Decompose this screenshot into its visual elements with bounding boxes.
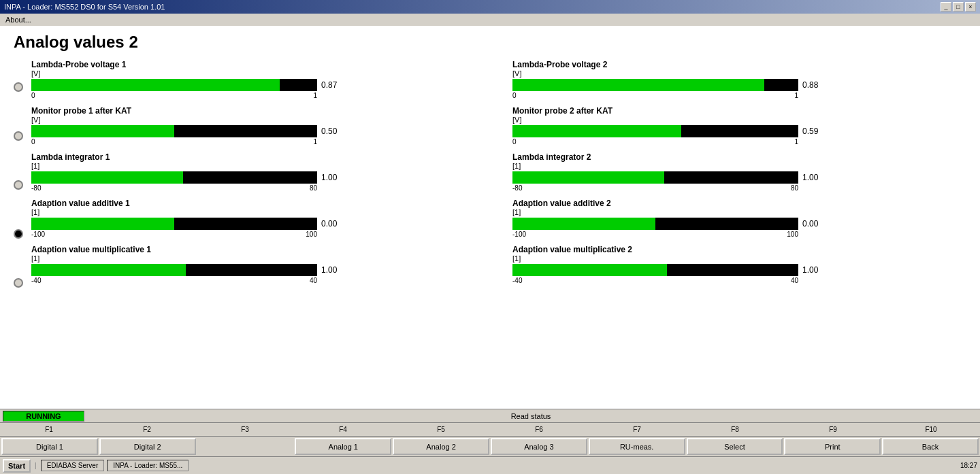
fkey-f6-label: F6 [490, 423, 588, 436]
radio-4[interactable] [14, 229, 23, 239]
meter-lambdaint2-min: -80 [512, 184, 522, 192]
taskbar-time: 18:27 [960, 462, 977, 469]
btn-analog1[interactable]: Analog 1 [295, 438, 391, 455]
btn-back[interactable]: Back [882, 438, 979, 455]
fkey-f1-label: F1 [0, 423, 98, 436]
meter-adapmul2: Adaption value multiplicative 2 [1] 1.00… [512, 245, 966, 284]
meter-monitor2-label: Monitor probe 2 after KAT [512, 106, 966, 116]
maximize-button[interactable]: □ [953, 2, 964, 12]
meter-adapadd2-bar [512, 218, 798, 230]
meter-monitor1-label: Monitor probe 1 after KAT [31, 106, 485, 116]
meter-adapmul2-bar [512, 264, 798, 276]
meter-lambdaint1-min: -80 [31, 184, 41, 192]
radio-5[interactable] [14, 278, 23, 288]
meter-adapmul2-value: 1.00 [802, 265, 826, 275]
meter-lambda1-min: 0 [31, 92, 35, 99]
radio-3[interactable] [14, 180, 23, 190]
minimize-button[interactable]: _ [941, 2, 951, 12]
taskbar-item-ediabas[interactable]: EDIABAS Server [41, 460, 105, 471]
start-button[interactable]: Start [3, 459, 31, 473]
meter-adapmul1-bar [31, 264, 317, 276]
meter-adapadd1-value: 0.00 [321, 219, 345, 228]
menu-about[interactable]: About... [3, 15, 34, 24]
running-badge: RUNNING [3, 411, 84, 422]
meter-lambda2-label: Lambda-Probe voltage 2 [512, 60, 966, 69]
meter-lambdaint2: Lambda integrator 2 [1] 1.00 -80 80 [512, 152, 966, 192]
btn-print[interactable]: Print [784, 438, 881, 455]
meter-lambda2-bar [512, 79, 798, 91]
meter-lambdaint1-value: 1.00 [321, 173, 345, 182]
meter-lambdaint1-bar [31, 171, 317, 184]
meter-adapmul2-min: -40 [512, 277, 522, 284]
meter-adapadd1-min: -100 [31, 231, 45, 238]
meter-monitor2-value: 0.59 [802, 126, 826, 136]
fkey-f3-label: F3 [196, 423, 294, 436]
meter-monitor1-min: 0 [31, 138, 35, 146]
meter-lambdaint1-unit: [1] [31, 162, 485, 170]
fkey-f7-label: F7 [588, 423, 686, 436]
meter-lambdaint1-max: 80 [310, 184, 317, 192]
meter-lambdaint2-value: 1.00 [802, 173, 826, 182]
meter-lambda1-bar [31, 79, 317, 91]
meter-lambdaint1-label: Lambda integrator 1 [31, 152, 485, 162]
btn-analog3[interactable]: Analog 3 [491, 438, 587, 455]
meter-lambda2-unit: [V] [512, 69, 966, 78]
meter-adapadd2-min: -100 [512, 231, 526, 238]
btn-analog2[interactable]: Analog 2 [393, 438, 489, 455]
meter-monitor2-unit: [V] [512, 116, 966, 124]
meter-adapadd1-max: 100 [306, 231, 317, 238]
title-bar-text: INPA - Loader: MS552 DS0 for S54 Version… [4, 3, 165, 11]
radio-2[interactable] [14, 131, 23, 141]
meter-adapmul1-min: -40 [31, 277, 41, 284]
taskbar-right: 18:27 [960, 462, 977, 469]
status-bar: RUNNING Read status [0, 409, 980, 422]
btn-rumeas[interactable]: RU-meas. [589, 438, 685, 455]
meter-adapmul1-value: 1.00 [321, 265, 345, 275]
fkey-f9-label: F9 [784, 423, 882, 436]
meter-adapadd2-label: Adaption value additive 2 [512, 199, 966, 208]
meter-lambdaint2-bar [512, 171, 798, 184]
meter-monitor2-max: 1 [794, 138, 798, 146]
meter-adapmul2-label: Adaption value multiplicative 2 [512, 245, 966, 254]
meter-lambda1-value: 0.87 [321, 80, 345, 90]
fkey-f8-label: F8 [686, 423, 784, 436]
meter-monitor2-bar [512, 125, 798, 137]
read-status-label: Read status [84, 412, 977, 420]
meter-lambda2: Lambda-Probe voltage 2 [V] 0.88 0 1 [512, 60, 966, 99]
buttons-bar: Digital 1 Digital 2 Analog 1 Analog 2 An… [0, 436, 980, 456]
btn-digital2[interactable]: Digital 2 [99, 438, 196, 455]
main-content: Analog values 2 [0, 26, 980, 409]
taskbar-left: Start | EDIABAS Server INPA - Loader: MS… [3, 459, 189, 473]
meter-adapadd2-max: 100 [787, 231, 798, 238]
meter-adapadd2: Adaption value additive 2 [1] 0.00 -100 … [512, 199, 966, 238]
meter-lambda1-max: 1 [313, 92, 317, 99]
meter-adapmul1-label: Adaption value multiplicative 1 [31, 245, 485, 254]
meter-lambda2-min: 0 [512, 92, 517, 99]
meter-lambda2-max: 1 [794, 92, 798, 99]
radio-1[interactable] [14, 82, 23, 92]
meter-adapadd1-unit: [1] [31, 208, 485, 216]
meter-monitor1-max: 1 [313, 138, 317, 146]
btn-f3-empty [197, 438, 294, 455]
meter-adapadd2-unit: [1] [512, 208, 966, 216]
meter-adapadd1: Adaption value additive 1 [1] 0.00 -100 … [31, 199, 485, 238]
meter-monitor1-bar [31, 125, 317, 137]
meter-adapmul1-unit: [1] [31, 254, 485, 263]
meter-lambdaint2-unit: [1] [512, 162, 966, 170]
meter-monitor1-unit: [V] [31, 116, 485, 124]
meter-adapmul1: Adaption value multiplicative 1 [1] 1.00… [31, 245, 485, 284]
btn-select[interactable]: Select [687, 438, 783, 455]
meter-lambda1-unit: [V] [31, 69, 485, 78]
close-button[interactable]: × [965, 2, 976, 12]
meter-adapadd2-value: 0.00 [802, 219, 826, 228]
meter-lambda1-label: Lambda-Probe voltage 1 [31, 60, 485, 69]
title-bar-buttons: _ □ × [941, 2, 976, 12]
meter-lambdaint2-max: 80 [791, 184, 798, 192]
meter-lambdaint2-label: Lambda integrator 2 [512, 152, 966, 162]
fkey-f5-label: F5 [392, 423, 490, 436]
taskbar-item-inpa[interactable]: INPA - Loader: MS55... [107, 460, 189, 471]
meter-adapmul1-max: 40 [310, 277, 317, 284]
meter-adapadd1-bar [31, 218, 317, 230]
menu-bar: About... [0, 14, 980, 26]
btn-digital1[interactable]: Digital 1 [1, 438, 98, 455]
